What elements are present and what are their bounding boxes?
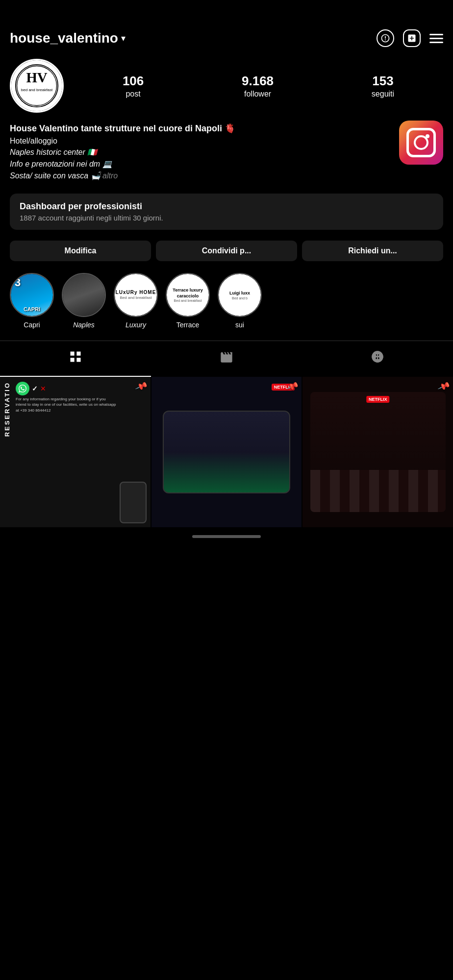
following-stat[interactable]: 153 seguiti — [372, 74, 394, 98]
highlight-naples-label: Naples — [73, 321, 95, 329]
richiedi-button[interactable]: Richiedi un... — [302, 241, 443, 261]
bio-line1: Naples historic center 🇮🇹 — [10, 148, 97, 156]
threads-icon[interactable] — [377, 29, 394, 47]
profile-section: HV bed and breakfast 106 post 9.168 foll… — [0, 55, 453, 121]
tagged-icon — [371, 350, 384, 367]
menu-icon[interactable] — [429, 34, 443, 43]
grid-item-3[interactable]: NETFLIX 📌 — [302, 377, 453, 527]
terrace-inner: Terrace luxury caracciolo Bed and breakf… — [167, 286, 209, 304]
header-icons — [377, 29, 443, 47]
icons-row: ✓ ✕ — [16, 382, 46, 395]
svg-text:bed and breakfast: bed and breakfast — [21, 88, 53, 92]
highlight-naples[interactable]: Naples — [62, 273, 106, 329]
highlights-section: CAPRI Capri Naples LUxURy HOME Bed and b… — [0, 268, 453, 337]
avatar[interactable]: HV bed and breakfast — [10, 59, 64, 113]
followers-stat[interactable]: 9.168 follower — [242, 74, 274, 98]
tabs-section — [0, 341, 453, 377]
followers-count: 9.168 — [242, 74, 274, 89]
stats-container: 106 post 9.168 follower 153 seguiti — [74, 74, 443, 98]
tab-grid[interactable] — [0, 341, 151, 377]
luigi-inner: Luigi luxx Bed and b — [227, 289, 252, 302]
reels-icon — [220, 350, 233, 367]
top-bar: house_valentino ▾ — [0, 0, 453, 55]
highlight-capri-circle: CAPRI — [10, 273, 54, 317]
bio-line3: Sosta/ suite con vasca 🛁 — [10, 172, 101, 180]
luxury-inner: LUxURy HOME Bed and breakfast — [116, 290, 156, 300]
action-buttons: Modifica Condividi p... Richiedi un... — [0, 234, 453, 268]
username-text: house_valentino — [10, 30, 118, 46]
dashboard-title: Dashboard per professionisti — [20, 201, 433, 212]
dashboard-card[interactable]: Dashboard per professionisti 1887 accoun… — [10, 194, 443, 230]
bio-line2: Info e prenotazioni nei dm 💻 — [10, 160, 112, 168]
phone-mockup — [120, 482, 147, 523]
username-chevron[interactable]: ▾ — [121, 33, 126, 44]
bio-type: Hotel/alloggio — [10, 137, 443, 146]
highlight-luigi-circle: Luigi luxx Bed and b — [218, 273, 262, 317]
bio-text: Naples historic center 🇮🇹 Info e prenota… — [10, 147, 443, 182]
highlight-naples-circle — [62, 273, 106, 317]
home-bar — [192, 535, 261, 538]
posts-label: post — [126, 90, 140, 98]
bio-altro[interactable]: altro — [102, 172, 118, 180]
whatsapp-icon — [16, 382, 29, 395]
highlight-luigi-label: sui — [235, 321, 244, 329]
capri-label-inner: CAPRI — [24, 306, 40, 312]
highlight-luxury-label: Luxury — [126, 321, 146, 329]
grid-item-1[interactable]: RESERVATIO ✓ ✕ For any information regar… — [0, 377, 151, 527]
posts-stat[interactable]: 106 post — [123, 74, 144, 98]
highlight-luigi[interactable]: Luigi luxx Bed and b sui — [218, 273, 262, 329]
posts-count: 106 — [123, 74, 144, 89]
highlight-capri-label: Capri — [24, 321, 40, 329]
bio-section: House Valentino tante strutture nel cuor… — [0, 121, 453, 190]
grid-item-2[interactable]: NETFLIX 📌 — [151, 377, 302, 527]
modifica-button[interactable]: Modifica — [10, 241, 151, 261]
add-icon[interactable] — [403, 29, 421, 47]
highlight-luxury-circle: LUxURy HOME Bed and breakfast — [114, 273, 158, 317]
following-count: 153 — [372, 74, 393, 89]
bio-name: House Valentino tante strutture nel cuor… — [10, 122, 443, 135]
condividi-button[interactable]: Condividi p... — [156, 241, 297, 261]
text-overlay: For any information regarding your booki… — [16, 396, 116, 413]
reserv-text: RESERVATIO — [4, 382, 10, 437]
ig-logo — [406, 128, 436, 157]
netflix-badge-3: NETFLIX — [366, 396, 390, 403]
highlight-capri[interactable]: CAPRI Capri — [10, 273, 54, 329]
room-visual: NETFLIX — [310, 392, 446, 512]
highlight-luxury[interactable]: LUxURy HOME Bed and breakfast Luxury — [114, 273, 158, 329]
following-label: seguiti — [372, 90, 394, 98]
tab-tagged[interactable] — [302, 341, 453, 377]
tab-reels[interactable] — [151, 341, 302, 377]
followers-label: follower — [244, 90, 271, 98]
username-area: house_valentino ▾ — [10, 30, 126, 46]
photo-grid: RESERVATIO ✓ ✕ For any information regar… — [0, 377, 453, 527]
grid-icon — [69, 350, 82, 367]
highlight-terrace-circle: Terrace luxury caracciolo Bed and breakf… — [166, 273, 210, 317]
ig-dot — [426, 134, 429, 138]
dashboard-subtitle: 1887 account raggiunti negli ultimi 30 g… — [20, 214, 433, 222]
instagram-icon[interactable] — [399, 121, 443, 165]
svg-text:HV: HV — [26, 70, 47, 85]
highlight-terrace-label: Terrace — [176, 321, 200, 329]
bathtub-visual — [163, 411, 291, 493]
home-indicator — [0, 527, 453, 543]
highlight-terrace[interactable]: Terrace luxury caracciolo Bed and breakf… — [166, 273, 210, 329]
